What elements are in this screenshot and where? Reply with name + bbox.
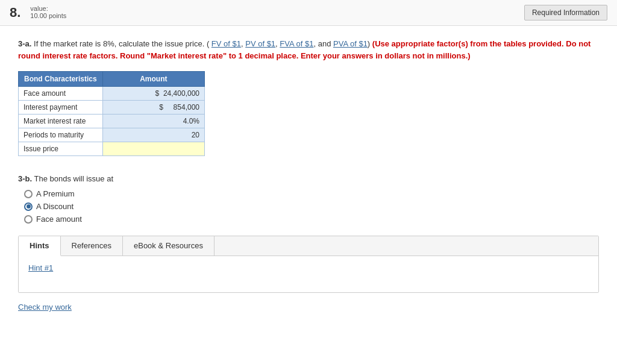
q3a-text: If the market rate is 8%, calculate the … [34, 39, 209, 48]
pv-of-1-link[interactable]: PV of $1 [245, 39, 275, 48]
tab-ebook-resources[interactable]: eBook & Resources [123, 236, 215, 256]
tab-references[interactable]: References [61, 236, 123, 256]
radio-discount[interactable]: A Discount [24, 202, 599, 211]
row-value-periods: 20 [102, 128, 204, 142]
table-row: Market interest rate 4.0% [19, 115, 205, 128]
fv-of-1-link[interactable]: FV of $1 [211, 39, 241, 48]
question-number: 8. [10, 5, 20, 20]
row-value-market-rate: 4.0% [102, 115, 204, 128]
tab-content: Hint #1 [19, 256, 598, 292]
table-row: Interest payment $ 854,000 [19, 101, 205, 115]
row-label-face-amount: Face amount [19, 87, 103, 101]
radio-circle-discount[interactable] [24, 202, 33, 211]
q3b-label-text: 3-b. The bonds will issue at [18, 174, 599, 183]
pva-of-1-link[interactable]: PVA of $1 [333, 39, 368, 48]
question-3a: 3-a. If the market rate is 8%, calculate… [18, 38, 599, 61]
radio-label-discount: A Discount [36, 202, 74, 211]
radio-premium[interactable]: A Premium [24, 189, 599, 198]
radio-circle-premium[interactable] [24, 190, 33, 198]
content-area: 3-a. If the market rate is 8%, calculate… [0, 26, 617, 324]
radio-group: A Premium A Discount Face amount [24, 189, 599, 224]
bond-table: Bond Characteristics Amount Face amount … [18, 71, 205, 156]
header-bar: 8. value: 10.00 points Required Informat… [0, 0, 617, 26]
radio-label-premium: A Premium [36, 189, 75, 198]
tabs-header: Hints References eBook & Resources [19, 236, 598, 256]
section-3b: 3-b. The bonds will issue at A Premium A… [18, 174, 599, 224]
row-label-issue-price: Issue price [19, 142, 103, 156]
hint-1-link[interactable]: Hint #1 [28, 263, 53, 272]
radio-label-face: Face amount [36, 215, 82, 224]
q3b-text: The bonds will issue at [34, 174, 114, 183]
table-row: Face amount $ 24,400,000 [19, 87, 205, 101]
q3a-label: 3-a. [18, 39, 31, 48]
q3b-label: 3-b. [18, 174, 32, 183]
required-info-button[interactable]: Required Information [524, 5, 607, 20]
col-header-characteristics: Bond Characteristics [19, 72, 103, 87]
table-row: Issue price [19, 142, 205, 156]
row-label-market-rate: Market interest rate [19, 115, 103, 128]
value-info: value: 10.00 points [30, 5, 66, 19]
issue-price-input[interactable] [108, 145, 199, 153]
table-row: Periods to maturity 20 [19, 128, 205, 142]
row-value-issue-price[interactable] [102, 142, 204, 156]
tab-hints[interactable]: Hints [19, 236, 61, 256]
radio-circle-face[interactable] [24, 215, 33, 224]
row-value-interest-payment: $ 854,000 [102, 101, 204, 115]
row-label-periods: Periods to maturity [19, 128, 103, 142]
row-label-interest-payment: Interest payment [19, 101, 103, 115]
check-my-work-link[interactable]: Check my work [18, 303, 72, 312]
tabs-section: Hints References eBook & Resources Hint … [18, 236, 599, 293]
row-value-face-amount: $ 24,400,000 [102, 87, 204, 101]
col-header-amount: Amount [102, 72, 204, 87]
fva-of-1-link[interactable]: FVA of $1 [280, 39, 313, 48]
radio-face-amount[interactable]: Face amount [24, 215, 599, 224]
